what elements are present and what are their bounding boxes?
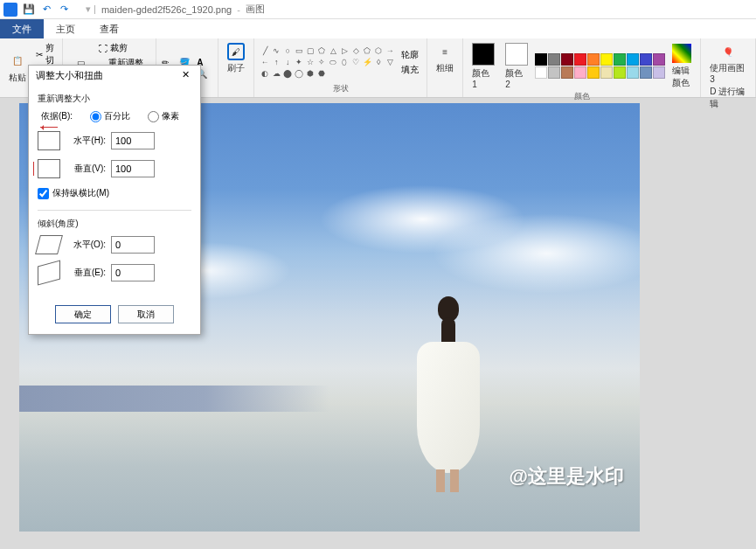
paste-button[interactable]: 📋 粘贴 xyxy=(5,51,30,86)
color1-swatch xyxy=(472,43,495,66)
paste-icon: 📋 xyxy=(9,52,26,70)
paint3d-icon: 🎈 xyxy=(719,43,737,60)
horizontal-icon xyxy=(38,131,60,150)
separator: ▾ | xyxy=(86,3,96,15)
color-palette[interactable] xyxy=(535,53,665,79)
colors-label: 颜色 xyxy=(468,91,695,102)
skew-v-icon xyxy=(38,261,60,286)
color1-button[interactable]: 颜色 1 xyxy=(468,41,498,91)
crop-icon: ⛶ xyxy=(99,44,108,53)
tab-home[interactable]: 主页 xyxy=(44,19,87,38)
color-swatch[interactable] xyxy=(535,53,547,66)
skew-h-icon xyxy=(35,235,63,254)
by-label: 依据(B): xyxy=(41,110,73,122)
color-swatch[interactable] xyxy=(614,53,626,66)
group-paint3d: 🎈 使用画图 3 D 进行编辑 xyxy=(701,38,756,97)
horizontal-label: 水平(H): xyxy=(66,135,106,147)
vertical-icon xyxy=(38,159,60,178)
color2-button[interactable]: 颜色 2 xyxy=(502,41,531,91)
brush-icon: 🖌 xyxy=(227,43,245,60)
shape-fill[interactable]: 填充 xyxy=(399,63,421,77)
watermark: @这里是水印 xyxy=(510,463,624,490)
quick-access-toolbar: 💾 ↶ ↷ xyxy=(23,3,70,16)
group-colors: 颜色 1 颜色 2 编辑颜色 颜色 xyxy=(463,38,701,97)
color-swatch[interactable] xyxy=(600,66,613,79)
dialog-title: 调整大小和扭曲 xyxy=(36,69,103,82)
divider xyxy=(38,210,191,211)
app-icon xyxy=(3,3,17,17)
edit-colors-button[interactable]: 编辑颜色 xyxy=(669,42,695,91)
color-swatch[interactable] xyxy=(561,53,573,66)
color-swatch[interactable] xyxy=(587,53,600,66)
filename: maiden-gded2f526c_1920.png xyxy=(101,4,232,15)
crop-button[interactable]: ⛶裁剪 xyxy=(96,41,150,55)
skew-v-input[interactable] xyxy=(111,264,155,281)
group-size: ≡ 粗细 xyxy=(427,38,463,97)
close-icon[interactable]: ✕ xyxy=(178,69,193,82)
color-swatch[interactable] xyxy=(548,53,560,66)
cancel-button[interactable]: 取消 xyxy=(118,305,174,323)
color2-swatch xyxy=(505,43,528,66)
image-figure xyxy=(410,296,487,497)
group-shapes: ╱∿○▭▢⬠△▷◇⬠⬡→ ←↑↓✦☆✧⬭⬯♡⚡◊▽ ◐☁⬤◯⬢⬣ 轮廓 填充 形… xyxy=(254,38,427,97)
color-swatch[interactable] xyxy=(600,53,613,66)
color-swatch[interactable] xyxy=(614,66,626,79)
paint3d-button[interactable]: 🎈 使用画图 3 D 进行编辑 xyxy=(706,41,750,112)
radio-pixels[interactable]: 像素 xyxy=(148,110,179,122)
skew-h-label: 水平(O): xyxy=(66,239,106,251)
color-swatch[interactable] xyxy=(587,66,600,79)
shape-outline[interactable]: 轮廓 xyxy=(399,48,421,62)
titlebar: 💾 ↶ ↷ ▾ | maiden-gded2f526c_1920.png - 画… xyxy=(0,0,756,19)
cut-button[interactable]: ✂剪切 xyxy=(33,41,57,67)
color-swatch[interactable] xyxy=(548,66,560,79)
tab-file[interactable]: 文件 xyxy=(0,19,44,38)
shapes-label: 形状 xyxy=(260,83,421,94)
ribbon-tabs: 文件 主页 查看 xyxy=(0,19,756,38)
color-swatch[interactable] xyxy=(640,53,652,66)
color-swatch[interactable] xyxy=(653,53,665,66)
vertical-label: 垂直(V): xyxy=(66,163,106,175)
skew-section-title: 倾斜(角度) xyxy=(38,218,191,230)
resize-section-title: 重新调整大小 xyxy=(38,93,191,105)
color-swatch[interactable] xyxy=(640,66,652,79)
save-icon[interactable]: 💾 xyxy=(23,3,35,16)
color-swatch[interactable] xyxy=(574,66,586,79)
color-swatch[interactable] xyxy=(627,66,639,79)
color-swatch[interactable] xyxy=(574,53,586,66)
size-button[interactable]: ≡ 粗细 xyxy=(433,41,457,76)
paste-label: 粘贴 xyxy=(9,72,26,84)
color-swatch[interactable] xyxy=(535,66,547,79)
skew-v-label: 垂直(E): xyxy=(66,267,106,279)
redo-icon[interactable]: ↷ xyxy=(58,3,70,16)
color-swatch[interactable] xyxy=(561,66,573,79)
radio-percent[interactable]: 百分比 xyxy=(90,110,130,122)
resize-dialog: 调整大小和扭曲 ✕ 重新调整大小 依据(B): 百分比 像素 水平(H): 垂直… xyxy=(28,65,201,335)
color-swatch[interactable] xyxy=(627,53,639,66)
rainbow-icon xyxy=(672,44,691,63)
group-brushes: 🖌 刷子 xyxy=(218,38,254,97)
cut-icon: ✂ xyxy=(36,50,43,59)
separator: - xyxy=(237,4,240,15)
aspect-ratio-checkbox[interactable]: 保持纵横比(M) xyxy=(38,187,191,199)
ok-button[interactable]: 确定 xyxy=(55,305,111,323)
vertical-input[interactable] xyxy=(111,160,155,177)
shapes-gallery[interactable]: ╱∿○▭▢⬠△▷◇⬠⬡→ ←↑↓✦☆✧⬭⬯♡⚡◊▽ ◐☁⬤◯⬢⬣ xyxy=(260,45,395,79)
app-name: 画图 xyxy=(246,3,265,16)
image-mountain xyxy=(19,386,640,411)
tab-view[interactable]: 查看 xyxy=(87,19,131,38)
skew-h-input[interactable] xyxy=(111,236,155,254)
undo-icon[interactable]: ↶ xyxy=(40,3,52,16)
brushes-button[interactable]: 🖌 刷子 xyxy=(224,41,248,76)
dialog-header: 调整大小和扭曲 ✕ xyxy=(29,66,200,86)
size-icon: ≡ xyxy=(436,43,454,60)
color-swatch[interactable] xyxy=(653,66,665,79)
horizontal-input[interactable] xyxy=(111,132,155,149)
